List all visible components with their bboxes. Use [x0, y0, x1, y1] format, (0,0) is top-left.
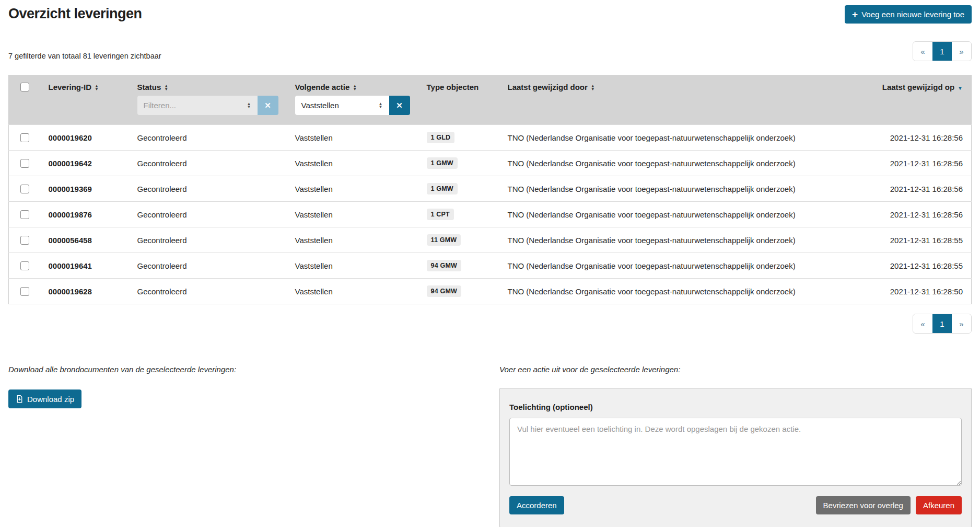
- levering-id-link[interactable]: 0000056458: [49, 236, 92, 245]
- gewijzigd-door-cell: TNO (Nederlandse Organisatie voor toegep…: [499, 227, 867, 253]
- filter-empty-cell: [40, 95, 129, 125]
- gewijzigd-door-cell: TNO (Nederlandse Organisatie voor toegep…: [499, 151, 867, 176]
- type-objecten-cell: 1 GMW: [418, 151, 499, 176]
- bevriezen-button[interactable]: Bevriezen voor overleg: [816, 496, 911, 514]
- status-cell: Gecontroleerd: [129, 279, 287, 304]
- pagination-top: « 1 »: [913, 41, 972, 61]
- volgende-actie-cell: Vaststellen: [287, 202, 418, 227]
- add-delivery-button[interactable]: + Voeg een nieuwe levering toe: [845, 5, 972, 24]
- column-header-gewijzigd-op[interactable]: Laatst gewijzigd op▼: [867, 75, 972, 95]
- sort-icon: ▲▼: [591, 85, 595, 91]
- volgende-actie-cell: Vaststellen: [287, 227, 418, 253]
- row-checkbox-cell: [9, 176, 40, 202]
- type-objecten-cell: 94 GMW: [418, 279, 499, 304]
- table-header-row: Levering-ID▲▼ Status▲▼ Volgende actie▲▼ …: [9, 75, 972, 95]
- action-section: Voer een actie uit voor de geselecteerde…: [499, 365, 972, 527]
- afkeuren-button[interactable]: Afkeuren: [916, 496, 962, 514]
- plus-icon: +: [852, 10, 858, 18]
- levering-id-cell: 0000019642: [40, 151, 129, 176]
- toelichting-textarea[interactable]: [509, 418, 962, 486]
- select-arrows-icon: ▲▼: [247, 102, 251, 109]
- column-header-gewijzigd-door[interactable]: Laatst gewijzigd door▲▼: [499, 75, 867, 95]
- download-zip-button[interactable]: Download zip: [8, 389, 81, 408]
- gewijzigd-door-cell: TNO (Nederlandse Organisatie voor toegep…: [499, 279, 867, 304]
- row-checkbox[interactable]: [20, 185, 29, 193]
- levering-id-link[interactable]: 0000019642: [49, 159, 92, 168]
- row-checkbox[interactable]: [20, 133, 29, 142]
- accorderen-button[interactable]: Accorderen: [509, 496, 564, 514]
- actions-area: Download alle brondocumenten van de gese…: [8, 365, 972, 527]
- status-cell: Gecontroleerd: [129, 253, 287, 279]
- pagination-prev-button[interactable]: «: [913, 42, 932, 61]
- row-checkbox-cell: [9, 151, 40, 176]
- type-objecten-badge: 1 GMW: [427, 157, 458, 169]
- select-all-cell: [9, 75, 40, 95]
- gewijzigd-op-cell: 2021-12-31 16:28:56: [867, 125, 972, 151]
- type-objecten-badge: 94 GMW: [427, 260, 462, 271]
- pagination-prev-button[interactable]: «: [913, 314, 932, 333]
- file-download-icon: [16, 395, 24, 403]
- status-filter-clear-button[interactable]: ✕: [258, 96, 278, 115]
- status-filter-select[interactable]: Filteren... ▲▼: [137, 96, 258, 115]
- type-objecten-badge: 1 CPT: [427, 209, 454, 220]
- volgende-actie-cell: Vaststellen: [287, 253, 418, 279]
- pagination-page-button[interactable]: 1: [932, 42, 952, 61]
- row-checkbox[interactable]: [20, 159, 29, 168]
- levering-id-link[interactable]: 0000019641: [49, 261, 92, 270]
- volgende-actie-filter-clear-button[interactable]: ✕: [389, 96, 410, 115]
- table-row: 0000019876 Gecontroleerd Vaststellen 1 C…: [9, 202, 972, 227]
- volgende-actie-cell: Vaststellen: [287, 151, 418, 176]
- deliveries-table: Levering-ID▲▼ Status▲▼ Volgende actie▲▼ …: [8, 75, 972, 304]
- download-section: Download alle brondocumenten van de gese…: [8, 365, 499, 408]
- levering-id-cell: 0000019876: [40, 202, 129, 227]
- type-objecten-cell: 94 GMW: [418, 253, 499, 279]
- row-checkbox[interactable]: [20, 287, 29, 296]
- row-checkbox[interactable]: [20, 236, 29, 245]
- gewijzigd-op-cell: 2021-12-31 16:28:55: [867, 253, 972, 279]
- column-header-volgende-actie[interactable]: Volgende actie▲▼: [287, 75, 418, 95]
- select-all-checkbox[interactable]: [20, 83, 29, 91]
- gewijzigd-op-cell: 2021-12-31 16:28:56: [867, 151, 972, 176]
- sort-icon: ▲▼: [95, 85, 99, 91]
- type-objecten-cell: 1 GMW: [418, 176, 499, 202]
- type-objecten-cell: 11 GMW: [418, 227, 499, 253]
- row-checkbox[interactable]: [20, 261, 29, 270]
- column-label: Laatst gewijzigd op: [882, 83, 954, 91]
- status-cell: Gecontroleerd: [129, 151, 287, 176]
- row-checkbox-cell: [9, 227, 40, 253]
- summary-row: 7 gefilterde van totaal 81 leveringen zi…: [8, 41, 972, 61]
- status-cell: Gecontroleerd: [129, 202, 287, 227]
- table-filter-row: Filteren... ▲▼ ✕ Vaststellen ▲▼ ✕: [9, 95, 972, 125]
- volgende-actie-filter-select[interactable]: Vaststellen ▲▼: [295, 96, 389, 115]
- levering-id-link[interactable]: 0000019369: [49, 185, 92, 193]
- action-panel: Toelichting (optioneel) Accorderen Bevri…: [499, 388, 972, 527]
- type-objecten-cell: 1 GLD: [418, 125, 499, 151]
- select-arrows-icon: ▲▼: [379, 102, 383, 109]
- filter-empty-cell: [9, 95, 40, 125]
- pagination-next-button[interactable]: »: [952, 42, 971, 61]
- download-zip-label: Download zip: [27, 395, 74, 403]
- levering-id-link[interactable]: 0000019628: [49, 287, 92, 296]
- column-header-status[interactable]: Status▲▼: [129, 75, 287, 95]
- levering-id-cell: 0000019620: [40, 125, 129, 151]
- status-cell: Gecontroleerd: [129, 176, 287, 202]
- type-objecten-badge: 1 GLD: [427, 132, 455, 143]
- filter-empty-cell: [418, 95, 499, 125]
- pagination-next-button[interactable]: »: [952, 314, 971, 333]
- row-checkbox-cell: [9, 279, 40, 304]
- bottom-pagination-row: « 1 »: [8, 314, 972, 334]
- sort-icon: ▲▼: [353, 85, 357, 91]
- row-checkbox[interactable]: [20, 210, 29, 219]
- pagination-page-button[interactable]: 1: [932, 314, 952, 333]
- table-row: 0000019641 Gecontroleerd Vaststellen 94 …: [9, 253, 972, 279]
- gewijzigd-door-cell: TNO (Nederlandse Organisatie voor toegep…: [499, 176, 867, 202]
- column-label: Levering-ID: [49, 83, 92, 91]
- levering-id-link[interactable]: 0000019620: [49, 133, 92, 142]
- row-checkbox-cell: [9, 202, 40, 227]
- page-title: Overzicht leveringen: [8, 5, 142, 23]
- column-label: Laatst gewijzigd door: [508, 83, 588, 91]
- status-filter-cell: Filteren... ▲▼ ✕: [129, 95, 287, 125]
- column-header-levering-id[interactable]: Levering-ID▲▼: [40, 75, 129, 95]
- levering-id-link[interactable]: 0000019876: [49, 210, 92, 219]
- type-objecten-badge: 94 GMW: [427, 285, 462, 297]
